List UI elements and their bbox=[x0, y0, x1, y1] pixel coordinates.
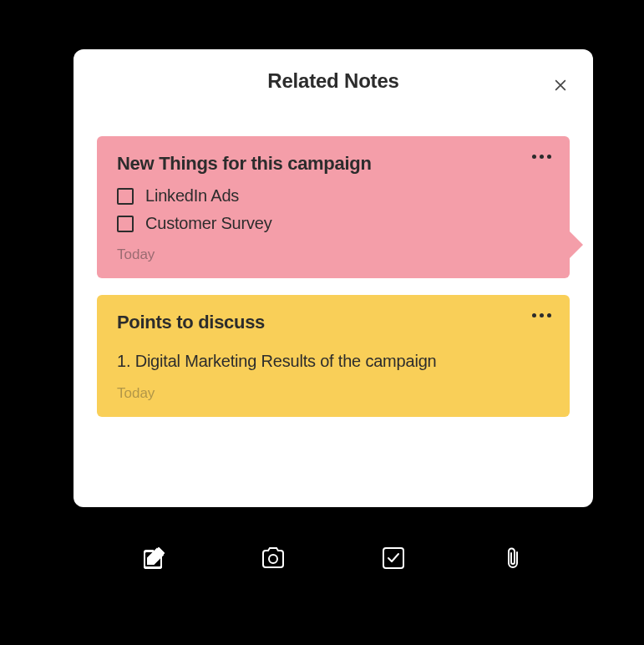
close-button[interactable] bbox=[550, 74, 571, 96]
compose-button[interactable] bbox=[139, 543, 169, 573]
camera-button[interactable] bbox=[258, 543, 288, 573]
checklist-item[interactable]: Customer Survey bbox=[117, 214, 550, 233]
checkbox-icon[interactable] bbox=[117, 188, 134, 205]
checkbox-icon[interactable] bbox=[117, 216, 134, 232]
note-title: Points to discuss bbox=[117, 312, 550, 333]
more-icon bbox=[547, 155, 551, 159]
svg-rect-3 bbox=[383, 548, 403, 568]
note-title: New Things for this campaign bbox=[117, 153, 550, 175]
compose-icon bbox=[140, 545, 167, 571]
note-checklist: LinkedIn Ads Customer Survey bbox=[117, 186, 550, 233]
attachment-icon bbox=[499, 545, 526, 571]
note-card[interactable]: New Things for this campaign LinkedIn Ad… bbox=[97, 136, 570, 278]
note-card[interactable]: Points to discuss 1. Digital Marketing R… bbox=[97, 295, 570, 417]
checklist-label: Customer Survey bbox=[145, 214, 272, 233]
checklist-label: LinkedIn Ads bbox=[145, 186, 239, 206]
more-icon bbox=[547, 313, 551, 317]
bottom-toolbar bbox=[74, 531, 593, 585]
note-date: Today bbox=[117, 385, 550, 402]
note-more-button[interactable] bbox=[532, 313, 551, 317]
panel-header: Related Notes bbox=[74, 49, 593, 109]
active-pointer-icon bbox=[570, 231, 583, 258]
more-icon bbox=[532, 155, 536, 159]
related-notes-panel: Related Notes New Things for this campai… bbox=[74, 49, 593, 507]
close-icon bbox=[552, 77, 569, 94]
more-icon bbox=[532, 313, 536, 317]
svg-point-2 bbox=[269, 555, 277, 563]
notes-list: New Things for this campaign LinkedIn Ad… bbox=[74, 109, 593, 417]
note-more-button[interactable] bbox=[532, 155, 551, 159]
checkbox-icon bbox=[380, 545, 407, 571]
note-date: Today bbox=[117, 246, 550, 263]
attachment-button[interactable] bbox=[498, 543, 528, 573]
checkbox-button[interactable] bbox=[378, 543, 408, 573]
more-icon bbox=[540, 155, 544, 159]
camera-icon bbox=[260, 545, 287, 571]
panel-title: Related Notes bbox=[267, 69, 398, 93]
more-icon bbox=[540, 313, 544, 317]
note-body: 1. Digital Marketing Results of the camp… bbox=[117, 345, 550, 377]
checklist-item[interactable]: LinkedIn Ads bbox=[117, 186, 550, 206]
